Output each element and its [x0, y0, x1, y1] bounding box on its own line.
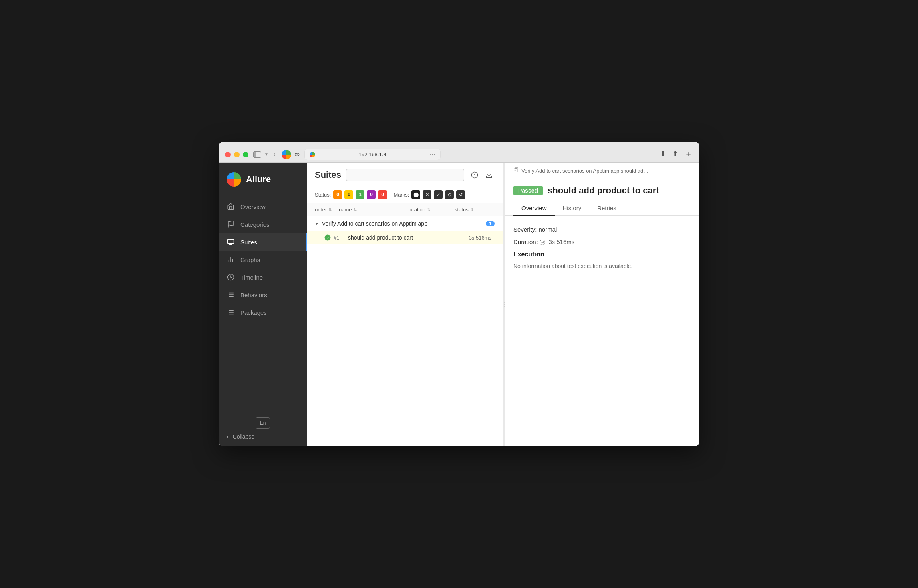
severity-value: normal [539, 226, 557, 233]
test-duration: 3s 516ms [447, 235, 495, 241]
status-badge-red[interactable]: 0 [378, 190, 387, 199]
sidebar-item-label-packages: Packages [240, 309, 267, 316]
status-filter-label: Status: [315, 192, 331, 198]
suites-icon [227, 238, 235, 246]
minimize-button[interactable] [234, 152, 240, 157]
download-icon-button[interactable] [483, 169, 495, 181]
status-badge-purple[interactable]: 0 [367, 190, 376, 199]
address-options[interactable]: ··· [430, 151, 435, 157]
status-badge-yellow[interactable]: 0 [344, 190, 353, 199]
detail-test-name: should add product to cart [548, 185, 659, 196]
sidebar-item-label-suites: Suites [240, 239, 257, 246]
sidebar-item-label-categories: Categories [240, 221, 270, 228]
test-number: #1 [334, 235, 339, 241]
sidebar-item-packages[interactable]: Packages [219, 304, 307, 321]
table-header: order ⇅ name ⇅ duration ⇅ status ⇅ [307, 203, 503, 216]
breadcrumb-icon: 🗐 [513, 167, 519, 174]
mark-btn-4[interactable]: ⊝ [445, 190, 454, 199]
sort-order-icon: ⇅ [328, 207, 332, 212]
sidebar-item-overview[interactable]: Overview [219, 198, 307, 215]
sidebar-nav: Overview Categories [219, 195, 307, 411]
collapse-label: Collapse [233, 433, 254, 440]
sidebar-item-categories[interactable]: Categories [219, 215, 307, 233]
sort-name-icon: ⇅ [354, 207, 357, 212]
suite-group-header[interactable]: ▼ Verify Add to cart scenarios on Apptim… [307, 216, 503, 231]
address-favicon [310, 152, 315, 157]
browser-chrome: ▼ ‹ ∞ 192.168.1.4 ··· ⬇ ⬆ ＋ [219, 142, 699, 163]
status-badge-orange[interactable]: 0 [333, 190, 342, 199]
maximize-button[interactable] [243, 152, 248, 157]
browser-actions: ⬇ ⬆ ＋ [659, 148, 693, 161]
brand-icon [227, 172, 241, 187]
tab-overview[interactable]: Overview [513, 201, 555, 216]
severity-field: Severity: normal [513, 226, 691, 233]
collapse-button[interactable]: ‹ Collapse [227, 433, 299, 440]
marks-filter-label: Marks: [393, 192, 409, 198]
test-name: should add product to cart [348, 234, 447, 241]
flag-icon [227, 220, 235, 228]
sidebar-item-timeline[interactable]: Timeline [219, 268, 307, 286]
suites-title: Suites [315, 170, 341, 180]
sidebar-item-graphs[interactable]: Graphs [219, 251, 307, 268]
detail-panel: 🗐 Verify Add to cart scenarios on Apptim… [505, 163, 699, 446]
browser-controls: ▼ ‹ [253, 150, 277, 159]
sidebar-item-behaviors[interactable]: Behaviors [219, 286, 307, 304]
info-button[interactable] [469, 169, 480, 181]
download-button[interactable]: ⬇ [659, 149, 667, 159]
col-status[interactable]: status ⇅ [455, 207, 495, 213]
sidebar-brand: Allure [219, 163, 307, 195]
sidebar-footer: En ‹ Collapse [219, 411, 307, 446]
clock-icon [540, 240, 545, 245]
home-icon [227, 203, 235, 211]
sidebar-item-suites[interactable]: Suites [219, 233, 307, 251]
svg-rect-1 [228, 239, 234, 244]
detail-title-row: Passed should add product to cart [505, 179, 699, 201]
suites-header: Suites [307, 163, 503, 186]
sidebar-item-label-timeline: Timeline [240, 274, 263, 281]
detail-body: Severity: normal Duration: 3s 516ms Exec… [505, 216, 699, 446]
marks-filter-group: Marks: ⬤ ✕ ✓ ⊝ ↺ [393, 190, 465, 199]
col-name[interactable]: name ⇅ [339, 207, 407, 213]
brand-name: Allure [246, 174, 271, 185]
tab-history[interactable]: History [555, 201, 590, 216]
back-button[interactable]: ‹ [272, 150, 277, 159]
suite-group-name: Verify Add to cart scenarios on Apptim a… [322, 220, 483, 227]
tab-retries[interactable]: Retries [589, 201, 624, 216]
mark-btn-3[interactable]: ✓ [434, 190, 443, 199]
execution-title: Execution [513, 251, 691, 258]
close-button[interactable] [225, 152, 231, 157]
sidebar: Allure Overview [219, 163, 307, 446]
traffic-lights [225, 152, 248, 157]
test-row[interactable]: #1 should add product to cart 3s 516ms [307, 231, 503, 244]
content-row: Suites [307, 163, 699, 446]
col-duration[interactable]: duration ⇅ [407, 207, 455, 213]
col-order[interactable]: order ⇅ [315, 207, 339, 213]
mark-btn-2[interactable]: ✕ [423, 190, 431, 199]
suites-panel: Suites [307, 163, 503, 446]
new-tab-button[interactable]: ＋ [684, 148, 693, 159]
suite-group: ▼ Verify Add to cart scenarios on Apptim… [307, 216, 503, 244]
address-bar[interactable]: 192.168.1.4 ··· [304, 149, 441, 160]
tab-icons: ∞ [282, 150, 300, 159]
mark-btn-1[interactable]: ⬤ [411, 190, 420, 199]
graphs-icon [227, 256, 235, 264]
sort-duration-icon: ⇅ [427, 207, 430, 212]
duration-label: Duration: [513, 238, 538, 245]
passed-badge: Passed [513, 186, 543, 195]
test-status-icon: #1 [324, 234, 348, 241]
address-text: 192.168.1.4 [318, 151, 427, 157]
mark-btn-5[interactable]: ↺ [456, 190, 465, 199]
allure-tab-icon [282, 150, 291, 159]
behaviors-icon [227, 291, 235, 299]
share-button[interactable]: ⬆ [672, 149, 679, 159]
breadcrumb-text: Verify Add to cart scenarios on Apptim a… [521, 168, 648, 174]
duration-field: Duration: 3s 516ms [513, 238, 691, 245]
status-badge-green[interactable]: 1 [356, 190, 364, 199]
filter-row: Status: 0 0 1 0 0 Marks: ⬤ ✕ ✓ ⊝ ↺ [307, 186, 503, 203]
sidebar-toggle-button[interactable] [253, 151, 261, 158]
chevron-down-icon: ▼ [315, 222, 319, 226]
detail-tabs: Overview History Retries [505, 201, 699, 216]
language-button[interactable]: En [256, 417, 270, 429]
suites-actions [469, 169, 495, 181]
suites-search-input[interactable] [346, 169, 464, 181]
